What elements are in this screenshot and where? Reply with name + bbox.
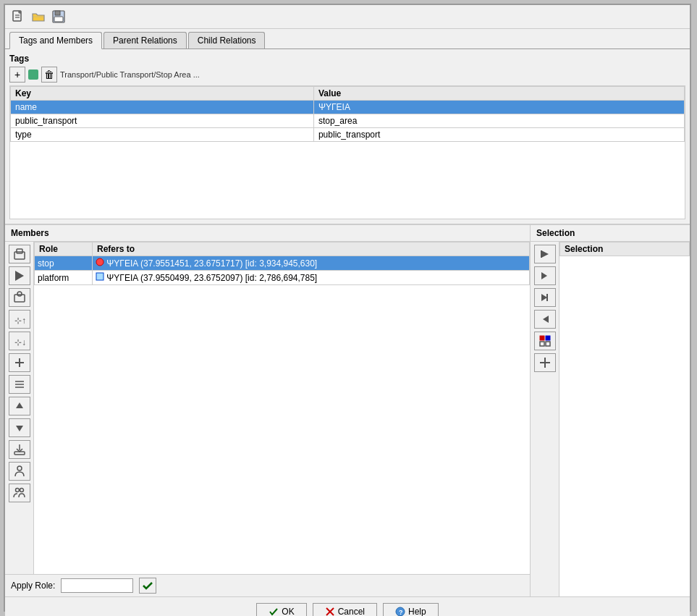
main-content: Tags + 🗑 Transport/Public Transport/Stop… <box>5 49 690 596</box>
svg-marker-27 <box>541 294 547 301</box>
help-label: Help <box>408 607 426 616</box>
sel-btn-3[interactable] <box>534 288 556 307</box>
main-window: Tags and Members Parent Relations Child … <box>4 4 691 612</box>
tags-row[interactable]: public_transportstop_area <box>11 114 685 128</box>
sel-btn-2[interactable] <box>534 266 556 285</box>
members-refers: ΨΥΓΕΙΑ (37.9551451, 23.6751717) [id: 3,9… <box>93 256 530 271</box>
tags-value: public_transport <box>313 128 684 142</box>
members-group-btn[interactable] <box>9 484 30 502</box>
sel-btn-4[interactable] <box>534 310 556 329</box>
svg-rect-31 <box>546 336 550 340</box>
apply-role-input[interactable] <box>61 578 133 593</box>
ok-button[interactable]: OK <box>256 603 306 616</box>
tab-parent-relations[interactable]: Parent Relations <box>104 32 187 48</box>
apply-role-button[interactable] <box>139 578 156 594</box>
selection-sidebar <box>531 242 559 596</box>
svg-text:⊹↓: ⊹↓ <box>14 337 26 347</box>
selection-table: Selection <box>559 242 690 256</box>
toolbar <box>5 5 690 29</box>
open-button[interactable] <box>30 8 47 25</box>
tabs-bar: Tags and Members Parent Relations Child … <box>5 29 690 49</box>
tags-toolbar: + 🗑 Transport/Public Transport/Stop Area… <box>9 67 685 83</box>
add-tag-button[interactable]: + <box>9 67 25 83</box>
svg-marker-8 <box>15 271 24 281</box>
svg-rect-33 <box>546 342 550 346</box>
members-zoom-btn[interactable] <box>9 288 30 307</box>
sel-btn-1[interactable] <box>534 245 556 263</box>
svg-rect-23 <box>96 273 104 280</box>
members-row[interactable]: platform ΨΥΓΕΙΑ (37.9550499, 23.6752097)… <box>35 271 530 285</box>
members-remove-btn[interactable] <box>9 353 30 372</box>
svg-point-20 <box>15 489 19 492</box>
selection-panel: Selection <box>531 225 690 596</box>
members-sidebar: ⊹↑ ⊹↓ <box>5 242 34 574</box>
members-select-btn[interactable] <box>9 266 30 285</box>
members-col-role: Role <box>35 242 93 256</box>
sel-btn-5[interactable] <box>534 332 556 350</box>
members-role: stop <box>35 256 93 271</box>
cancel-button[interactable]: Cancel <box>313 603 377 616</box>
tags-table-container: Key Value nameΨΥΓΕΙΑpublic_transportstop… <box>9 85 685 219</box>
svg-marker-29 <box>543 316 549 323</box>
apply-role-bar: Apply Role: <box>5 574 530 596</box>
tags-key: name <box>11 101 314 114</box>
members-move-down-btn[interactable] <box>9 418 30 437</box>
tags-key: public_transport <box>11 114 314 128</box>
svg-rect-7 <box>17 249 22 253</box>
members-col-refers: Refers to <box>93 242 530 256</box>
tags-label: Tags <box>9 54 685 64</box>
members-person-btn[interactable] <box>9 462 30 481</box>
help-button[interactable]: ? Help <box>383 603 439 616</box>
members-table: Role Refers to stop ΨΥΓΕΙΑ (37.9551451, … <box>34 242 530 285</box>
members-left: Members <box>5 225 531 596</box>
svg-rect-32 <box>540 342 544 346</box>
svg-rect-4 <box>55 11 60 15</box>
cancel-label: Cancel <box>338 607 365 616</box>
tags-value: stop_area <box>313 114 684 128</box>
members-move-up-btn[interactable] <box>9 397 30 415</box>
members-add-bottom-btn[interactable]: ⊹↓ <box>9 332 30 350</box>
tab-child-relations[interactable]: Child Relations <box>188 32 266 48</box>
delete-tag-button[interactable]: 🗑 <box>41 67 57 83</box>
svg-point-19 <box>17 466 22 471</box>
tags-key: type <box>11 128 314 142</box>
svg-marker-24 <box>541 250 549 258</box>
members-header: Members <box>5 225 530 242</box>
tags-value: ΨΥΓΕΙΑ <box>313 101 684 114</box>
selection-content: Selection <box>531 242 690 596</box>
apply-role-label: Apply Role: <box>11 581 55 591</box>
svg-point-10 <box>17 292 22 296</box>
members-refers: ΨΥΓΕΙΑ (37.9550499, 23.6752097) [id: 2,7… <box>93 271 530 285</box>
svg-marker-26 <box>541 272 547 279</box>
members-add-top-btn[interactable]: ⊹↑ <box>9 310 30 329</box>
svg-point-21 <box>20 489 23 492</box>
tags-row[interactable]: typepublic_transport <box>11 128 685 142</box>
bottom-bar: OK Cancel ? Help <box>5 596 690 616</box>
tags-col-value: Value <box>313 87 684 101</box>
svg-rect-5 <box>54 17 63 22</box>
new-button[interactable] <box>9 8 27 25</box>
tags-col-key: Key <box>11 87 314 101</box>
sel-btn-6[interactable] <box>534 353 556 372</box>
selection-col: Selection <box>560 242 690 256</box>
members-download-btn[interactable] <box>9 440 30 459</box>
members-panel: Members <box>5 224 690 596</box>
svg-rect-30 <box>540 336 544 340</box>
members-sort-btn[interactable] <box>9 375 30 394</box>
svg-point-22 <box>96 258 104 266</box>
members-edit-btn[interactable] <box>9 245 30 263</box>
members-content: ⊹↑ ⊹↓ <box>5 242 530 574</box>
save-button[interactable] <box>50 8 67 25</box>
selection-header: Selection <box>531 225 690 242</box>
ok-label: OK <box>282 607 294 616</box>
selection-table-area: Selection <box>559 242 690 596</box>
tags-row[interactable]: nameΨΥΓΕΙΑ <box>11 101 685 114</box>
tab-tags-members[interactable]: Tags and Members <box>9 32 102 49</box>
tags-section: Tags + 🗑 Transport/Public Transport/Stop… <box>5 49 690 224</box>
svg-text:?: ? <box>399 609 403 616</box>
preset-path: Transport/Public Transport/Stop Area ... <box>60 70 200 79</box>
members-row[interactable]: stop ΨΥΓΕΙΑ (37.9551451, 23.6751717) [id… <box>35 256 530 271</box>
svg-text:⊹↑: ⊹↑ <box>14 316 26 326</box>
members-table-area: Role Refers to stop ΨΥΓΕΙΑ (37.9551451, … <box>34 242 530 574</box>
members-role: platform <box>35 271 93 285</box>
